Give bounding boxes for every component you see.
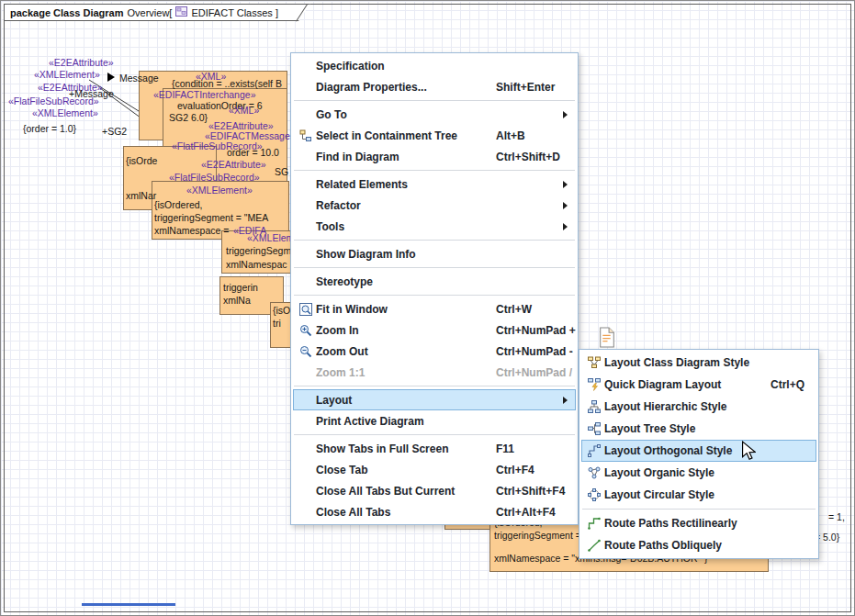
layout-submenu: Layout Class Diagram Style Quick Diagram… [579,349,819,559]
submenu-item-layout-hierarchic-style[interactable]: Layout Hierarchic Style [581,396,816,418]
menu-item-shortcut: F11 [496,442,514,455]
menu-item-shortcut: Ctrl+F4 [496,464,534,476]
menu-item-shortcut: Ctrl+NumPad / [496,366,572,379]
menu-separator [294,267,575,268]
menu-separator [294,386,575,386]
menu-separator [294,295,575,296]
stereotype-label: «E2EAttribute» [49,57,114,68]
menu-item-label: Tools [316,220,344,233]
submenu-item-layout-class-diagram-style[interactable]: Layout Class Diagram Style [581,352,816,374]
property-label: xmlNamespace = [154,225,229,236]
quick-layout-icon [584,378,604,391]
submenu-arrow-icon [563,181,568,188]
menu-item-close-all-tabs[interactable]: Close All Tabs Ctrl+Alt+F4 [293,501,576,522]
property-label: = 1, [828,511,845,522]
menu-item-close-tab[interactable]: Close Tab Ctrl+F4 [293,459,576,480]
orthogonal-layout-icon [584,444,604,457]
submenu-item-layout-orthogonal-style[interactable]: Layout Orthogonal Style [581,440,816,462]
property-label: SG2 6.0} [169,112,208,123]
hierarchic-layout-icon [584,400,604,413]
frame-header-subtitle: Overview[ [128,7,173,18]
submenu-item-route-paths-rectilinearly[interactable]: Route Paths Rectilinearly [581,512,816,534]
menu-item-refactor[interactable]: Refactor [293,195,576,216]
menu-item-shortcut: Alt+B [496,129,525,142]
menu-item-label: Find in Diagram [316,151,399,163]
stereotype-label: «XMLElement» [32,107,98,118]
fit-window-icon [296,303,316,316]
context-menu: Specification Diagram Properties... Shif… [290,52,579,525]
diagram-icon [175,6,187,18]
menu-item-shortcut: Ctrl+NumPad + [496,324,576,337]
menu-item-select-in-containment-tree[interactable]: Select in Containment Tree Alt+B [293,125,576,146]
menu-separator [294,434,575,435]
menu-item-label: Layout Tree Style [604,422,695,435]
menu-item-label: Layout Circular Style [604,488,714,501]
property-label: {isOrdered, [154,199,203,210]
menu-item-label: Zoom 1:1 [316,366,365,379]
menu-item-zoom-1-1: Zoom 1:1 Ctrl+NumPad / [293,362,576,383]
menu-item-label: Layout Organic Style [604,466,714,479]
menu-item-related-elements[interactable]: Related Elements [293,174,576,195]
menu-item-label: Refactor [316,199,361,212]
property-label: triggerin [223,282,258,293]
submenu-arrow-icon [563,397,568,404]
menu-item-label: Close All Tabs [316,506,390,519]
stereotype-label: «XMLElement» [34,69,100,80]
menu-item-label: Show Diagram Info [316,248,416,261]
navigation-triangle-icon [107,73,115,82]
submenu-item-layout-organic-style[interactable]: Layout Organic Style [581,462,816,484]
diagram-frame-header[interactable]: package Class Diagram Overview[ EDIFACT … [4,4,310,21]
menu-item-label: Zoom In [316,324,359,337]
menu-item-go-to[interactable]: Go To [293,104,576,125]
submenu-item-quick-diagram-layout[interactable]: Quick Diagram Layout Ctrl+Q [581,374,816,396]
menu-item-label: Related Elements [316,178,408,191]
property-label: xmlNamespac [226,259,287,270]
stereotype-label: «EDIFACTInterchange» [153,89,255,100]
stereotype-label: «E2EAttribute» [201,159,266,170]
menu-item-tools[interactable]: Tools [293,216,576,237]
property-label: {order = 1.0} [23,123,76,134]
diagram-canvas[interactable]: «E2EAttribute» «XMLElement» Message «E2E… [0,0,855,616]
menu-item-show-diagram-info[interactable]: Show Diagram Info [293,243,576,264]
menu-item-zoom-out[interactable]: Zoom Out Ctrl+NumPad - [293,341,576,362]
menu-separator [294,100,575,101]
constraint-label: {condition = ..exists(self B [172,78,282,89]
menu-item-shortcut: Shift+Enter [496,81,555,94]
menu-item-find-in-diagram[interactable]: Find in Diagram Ctrl+Shift+D [293,146,576,167]
menu-item-label: Specification [316,60,385,73]
menu-item-stereotype[interactable]: Stereotype [293,271,576,292]
menu-item-label: Route Paths Obliquely [604,539,722,552]
menu-item-diagram-properties[interactable]: Diagram Properties... Shift+Enter [293,76,576,97]
submenu-arrow-icon [563,202,568,209]
property-label: xmlNa [223,295,251,306]
submenu-item-route-paths-obliquely[interactable]: Route Paths Obliquely [581,534,816,556]
document-icon [596,327,618,352]
menu-item-close-all-tabs-but-current[interactable]: Close All Tabs But Current Ctrl+Shift+F4 [293,480,576,501]
menu-item-zoom-in[interactable]: Zoom In Ctrl+NumPad + [293,319,576,341]
menu-item-label: Diagram Properties... [316,81,427,94]
menu-item-label: Close All Tabs But Current [316,485,455,498]
menu-item-layout[interactable]: Layout [293,389,576,410]
menu-item-label: Print Active Diagram [316,415,424,428]
property-label: tri [273,318,281,329]
menu-item-show-tabs-in-full-screen[interactable]: Show Tabs in Full Screen F11 [293,438,576,459]
menu-item-shortcut: Ctrl+Q [771,378,804,391]
submenu-item-layout-tree-style[interactable]: Layout Tree Style [581,418,816,440]
submenu-arrow-icon [563,111,568,118]
menu-separator [582,509,816,510]
menu-separator [294,170,575,171]
menu-item-label: Quick Diagram Layout [604,378,721,391]
selection-line [82,603,175,606]
menu-item-fit-in-window[interactable]: Fit in Window Ctrl+W [293,298,576,319]
class-name-label: Message [119,73,159,84]
frame-header-title: package Class Diagram [10,7,124,18]
menu-item-label: Close Tab [316,464,367,476]
tree-layout-icon [584,422,604,435]
stereotype-label: «XMLElement» [186,185,253,196]
property-label: xmlNar [126,190,156,201]
menu-item-specification[interactable]: Specification [293,55,576,76]
containment-tree-icon [296,129,316,142]
submenu-item-layout-circular-style[interactable]: Layout Circular Style [581,484,816,506]
menu-separator [294,240,575,241]
menu-item-print-active-diagram[interactable]: Print Active Diagram [293,410,576,431]
